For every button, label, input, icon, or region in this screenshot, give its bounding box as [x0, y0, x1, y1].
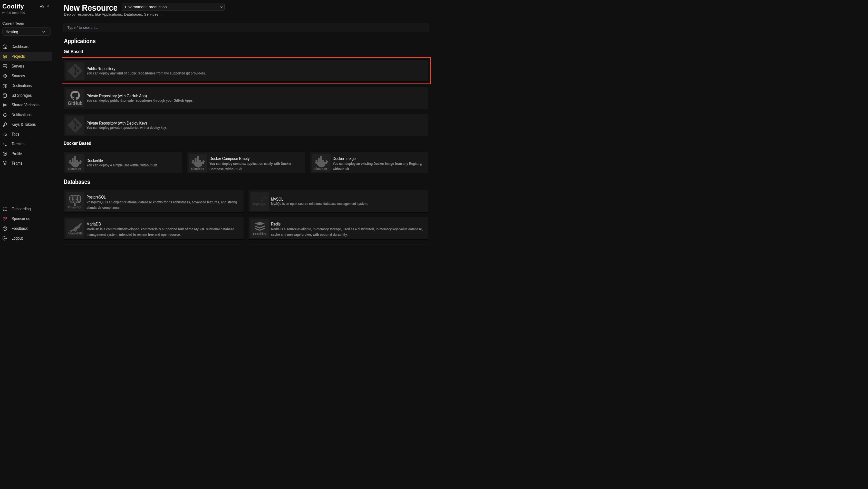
svg-text:redis: redis	[253, 231, 267, 236]
svg-text:PostgreSQL: PostgreSQL	[68, 205, 82, 208]
svg-text:docker: docker	[191, 167, 205, 171]
svg-text:MySQL: MySQL	[252, 202, 266, 206]
svg-text:GitHub: GitHub	[68, 100, 82, 106]
svg-text:docker: docker	[314, 167, 328, 171]
svg-text:docker: docker	[68, 167, 82, 171]
svg-text:MariaDB: MariaDB	[67, 231, 83, 235]
